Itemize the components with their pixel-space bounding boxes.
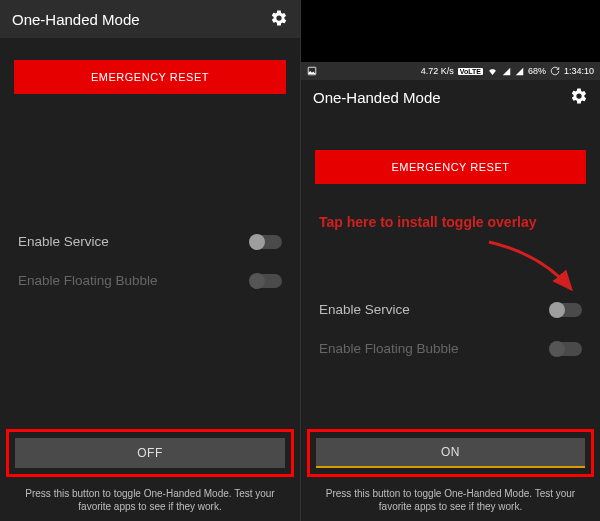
highlight-box: ON [307, 429, 594, 477]
emergency-reset-button[interactable]: EMERGENCY RESET [315, 150, 586, 184]
toggle-mode-button[interactable]: ON [316, 438, 585, 468]
signal-icon-1 [502, 67, 511, 76]
enable-bubble-row: Enable Floating Bubble [301, 329, 600, 368]
hint-text: Press this button to toggle One-Handed M… [301, 483, 600, 521]
wifi-icon [487, 67, 498, 76]
highlight-box: OFF [6, 429, 294, 477]
app-title: One-Handed Mode [313, 89, 441, 106]
app-title: One-Handed Mode [12, 11, 140, 28]
enable-bubble-toggle [250, 274, 282, 288]
volte-badge: VoLTE [458, 68, 483, 75]
enable-bubble-label: Enable Floating Bubble [18, 273, 250, 288]
signal-icon-2 [515, 67, 524, 76]
hint-text: Press this button to toggle One-Handed M… [0, 483, 300, 521]
clock-time: 1:34:10 [564, 66, 594, 76]
enable-service-label: Enable Service [18, 234, 250, 249]
enable-bubble-row: Enable Floating Bubble [0, 261, 300, 300]
status-bar: 4.72 K/s VoLTE 68% 1:34:10 [301, 62, 600, 80]
app-header: One-Handed Mode [301, 80, 600, 114]
enable-service-toggle[interactable] [250, 235, 282, 249]
enable-bubble-label: Enable Floating Bubble [319, 341, 550, 356]
emergency-reset-button[interactable]: EMERGENCY RESET [14, 60, 286, 94]
annotation-text: Tap here to install toggle overlay [301, 214, 600, 230]
enable-service-toggle[interactable] [550, 303, 582, 317]
app-header: One-Handed Mode [0, 0, 300, 38]
gear-icon[interactable] [270, 9, 288, 30]
right-panel: 4.72 K/s VoLTE 68% 1:34:10 One-Handed Mo… [300, 0, 600, 521]
image-icon [307, 66, 317, 76]
enable-bubble-toggle [550, 342, 582, 356]
enable-service-label: Enable Service [319, 302, 550, 317]
enable-service-row[interactable]: Enable Service [0, 222, 300, 261]
sync-icon [550, 66, 560, 76]
enable-service-row[interactable]: Enable Service [301, 290, 600, 329]
toggle-mode-button[interactable]: OFF [15, 438, 285, 468]
left-panel: One-Handed Mode EMERGENCY RESET Enable S… [0, 0, 300, 521]
battery-pct: 68% [528, 66, 546, 76]
network-speed: 4.72 K/s [421, 66, 454, 76]
gear-icon[interactable] [570, 87, 588, 108]
blank-area [301, 0, 600, 62]
